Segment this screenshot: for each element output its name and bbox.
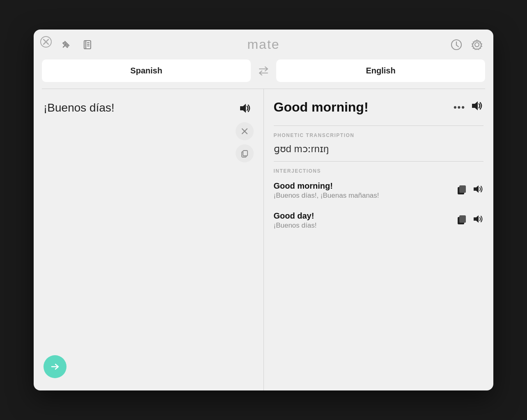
translate-arrow-icon (50, 362, 60, 372)
speaker-icon-1 (472, 183, 483, 195)
interjection-text-2: Good day! ¡Buenos días! (274, 211, 457, 230)
svg-marker-12 (240, 104, 246, 113)
copy-icon-2 (456, 214, 468, 225)
clear-source-button[interactable] (236, 122, 254, 140)
pin-icon (60, 39, 71, 50)
notebook-icon (81, 39, 93, 50)
header-left-icons (58, 37, 94, 52)
speaker-translation-icon (470, 99, 483, 113)
interjections-divider (274, 161, 484, 162)
speak-source-button[interactable] (238, 101, 252, 118)
main-content: ¡Buenos días! (34, 89, 493, 390)
interjection-row-2: Good day! ¡Buenos días! (274, 209, 484, 232)
left-top-row: ¡Buenos días! (44, 101, 254, 162)
clear-icon (241, 128, 248, 135)
swap-icon (257, 65, 270, 77)
interjection-item-2: Good day! ¡Buenos días! (274, 209, 484, 232)
svg-point-11 (475, 43, 479, 47)
language-selector-row: Spanish English (34, 59, 493, 89)
copy-interjection-1-button[interactable] (456, 184, 468, 198)
copy-icon-1 (456, 184, 468, 195)
app-title: mate (247, 37, 280, 52)
translate-button[interactable] (44, 355, 66, 378)
svg-rect-3 (84, 41, 91, 49)
left-controls (236, 101, 254, 162)
history-button[interactable] (448, 37, 465, 53)
speak-translation-button[interactable] (470, 99, 483, 116)
target-language-button[interactable]: English (276, 59, 485, 82)
settings-icon (470, 38, 483, 51)
phonetic-text: ɡʊd mɔːrnɪŋ (274, 143, 484, 155)
source-language-button[interactable]: Spanish (42, 59, 251, 82)
interjection-actions-2 (456, 213, 483, 228)
svg-marker-21 (474, 185, 479, 193)
speak-interjection-1-button[interactable] (472, 183, 483, 198)
svg-rect-19 (459, 185, 466, 193)
more-options-button[interactable]: ••• (454, 102, 465, 113)
copy-source-button[interactable] (236, 144, 254, 162)
notebook-button[interactable] (80, 37, 94, 52)
interjection-actions-1 (456, 183, 483, 198)
settings-button[interactable] (469, 37, 485, 53)
interjection-item-1: Good morning! ¡Buenos días!, ¡Buenas mañ… (274, 179, 484, 202)
translation-top-row: Good morning! ••• (274, 99, 484, 116)
interjections-section-label: INTERJECTIONS (274, 168, 484, 174)
translation-top-actions: ••• (454, 99, 483, 116)
speaker-icon-2 (472, 213, 483, 225)
app-window: mate Spanish (34, 30, 493, 390)
speak-interjection-2-button[interactable] (472, 213, 483, 228)
svg-rect-23 (459, 215, 466, 223)
svg-line-10 (456, 45, 458, 47)
speaker-icon (238, 101, 252, 115)
phonetic-divider (274, 126, 484, 126)
interjection-text-1: Good morning! ¡Buenos días!, ¡Buenas mañ… (274, 181, 457, 200)
right-panel: Good morning! ••• PHONETIC TRANSCRIPTION… (264, 89, 494, 390)
svg-rect-16 (243, 151, 247, 156)
phonetic-section-label: PHONETIC TRANSCRIPTION (274, 132, 484, 138)
copy-source-icon (241, 149, 249, 158)
svg-marker-17 (472, 101, 478, 110)
interjection-sub-1: ¡Buenos días!, ¡Buenas mañanas! (274, 192, 457, 200)
copy-interjection-2-button[interactable] (456, 214, 468, 228)
svg-marker-24 (474, 215, 479, 223)
interjection-main-1: Good morning! (274, 181, 457, 191)
left-panel: ¡Buenos días! (34, 89, 264, 390)
interjection-row-1: Good morning! ¡Buenos días!, ¡Buenas mañ… (274, 179, 484, 202)
header-right-icons (448, 37, 485, 53)
swap-languages-button[interactable] (251, 65, 276, 77)
interjection-sub-2: ¡Buenos días! (274, 221, 457, 230)
interjection-main-2: Good day! (274, 211, 457, 221)
header: mate (34, 30, 493, 59)
source-text: ¡Buenos días! (44, 101, 236, 114)
history-icon (450, 38, 463, 51)
pin-button[interactable] (58, 37, 73, 52)
translation-text: Good morning! (274, 100, 369, 115)
